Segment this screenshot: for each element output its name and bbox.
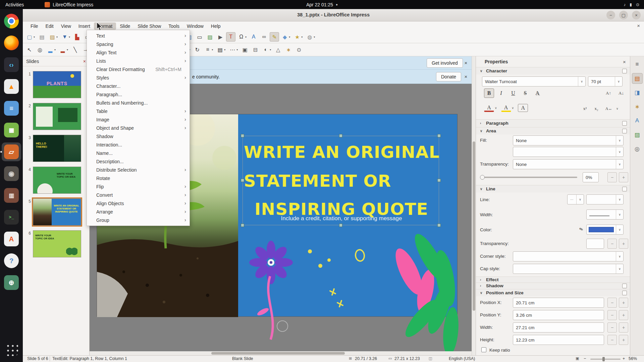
menubar-item[interactable]: View [57, 22, 75, 30]
format-menu-item[interactable]: Name... [87, 149, 190, 157]
section-position-size[interactable]: ∨ Position and Size [476, 289, 630, 296]
gallery-tab-icon[interactable]: ▨ [632, 129, 643, 140]
height-decrement-button[interactable]: − [607, 335, 617, 345]
horizontal-scrollbar[interactable] [90, 351, 472, 355]
dock-item-gimp[interactable]: ◉ [2, 164, 21, 183]
width-field[interactable]: 27.21 cm [513, 322, 604, 333]
properties-close-icon[interactable]: × [623, 59, 626, 65]
slide-thumbnail[interactable]: WRITE YOUR TOPIC OR IDEA [33, 230, 81, 257]
battery-icon[interactable]: ▮ [630, 2, 632, 7]
section-line[interactable]: ∨ Line [476, 185, 630, 192]
font-size-combobox[interactable]: 70 pt ∨ [588, 76, 623, 86]
position-x-field[interactable]: 20.71 cm [513, 298, 604, 308]
line-more-options-icon[interactable] [622, 187, 627, 191]
transparency-slider-thumb[interactable] [480, 175, 485, 180]
volume-icon[interactable]: ♪ [624, 2, 626, 7]
chevron-down-icon[interactable]: ∨ [576, 195, 584, 204]
selection-handle-e[interactable] [437, 179, 441, 182]
superscript-button[interactable]: x² [580, 104, 590, 113]
format-menu-item[interactable]: Interaction... [87, 140, 190, 149]
line-transparency-increment-button[interactable]: + [619, 239, 628, 249]
format-menu-item[interactable]: Text [87, 32, 190, 40]
strikethrough-button[interactable]: S [520, 88, 530, 98]
chevron-down-icon[interactable]: ∨ [616, 264, 623, 274]
interaction-icon[interactable]: ⊙ ▾ [294, 45, 304, 54]
export-pdf-icon[interactable]: ▙ ▾ [72, 32, 82, 42]
chevron-down-icon[interactable]: ∨ [512, 106, 514, 110]
corner-style-dropdown[interactable]: ∨ [513, 251, 624, 261]
position-y-decrement-button[interactable]: − [607, 310, 617, 320]
insert-line-icon[interactable]: ╲ ▾ [70, 45, 80, 54]
slide-thumbnail-row[interactable]: 6 WRITE YOUR TOPIC OR IDEA [26, 230, 87, 257]
infobar-close-icon[interactable]: × [465, 60, 468, 66]
dock-item-screenshot[interactable]: ⊕ [2, 273, 21, 292]
donate-button[interactable]: Donate [436, 72, 461, 81]
dock-item-calc[interactable]: ▦ [2, 121, 21, 139]
format-menu-item[interactable]: Description... [87, 157, 190, 166]
slides-panel-close-icon[interactable]: × [83, 59, 86, 64]
format-menu-item[interactable]: Rotate [87, 174, 190, 182]
special-character-icon[interactable]: Ω ▾ [236, 32, 248, 42]
rotate-icon[interactable]: ↻ ▾ [193, 45, 202, 54]
bold-button[interactable]: B [484, 88, 494, 98]
basic-shapes-icon[interactable]: ◆ ▾ [280, 32, 291, 42]
paragraph-more-options-icon[interactable] [622, 121, 627, 126]
maximize-button[interactable]: ▢ [619, 11, 628, 19]
dock-item-chrome[interactable] [2, 12, 21, 31]
dock-item-software[interactable]: A [2, 230, 21, 248]
shadow-icon[interactable]: ▣ ▾ [240, 45, 250, 54]
transparency-slider[interactable] [481, 177, 577, 178]
cap-style-dropdown[interactable]: ∨ [513, 264, 624, 274]
transparency-decrement-button[interactable]: − [607, 172, 617, 182]
dock-item-files[interactable]: ▥ [2, 186, 21, 205]
height-increment-button[interactable]: + [619, 335, 628, 345]
dock-item-vlc[interactable]: ▲ [2, 77, 21, 96]
horizontal-scrollbar-thumb[interactable] [211, 352, 345, 355]
selection-handle-w[interactable] [241, 179, 244, 182]
chevron-down-icon[interactable]: ∨ [616, 160, 623, 169]
character-highlighting-button[interactable]: A [518, 104, 528, 112]
text-box-icon[interactable]: ▭ ▾ [195, 32, 204, 42]
position-y-increment-button[interactable]: + [619, 310, 628, 320]
crop-icon[interactable]: ⊟ ▾ [251, 45, 260, 54]
insert-text-box-icon[interactable]: T ▾ [226, 32, 235, 42]
filter-icon[interactable]: ◐ ▾ [261, 45, 272, 54]
fill-attribute-dropdown[interactable]: ∨ [513, 147, 624, 157]
format-menu-item[interactable]: Distribute Selection [87, 166, 190, 174]
navigator-tab-icon[interactable]: ◎ [632, 143, 643, 154]
format-menu-item[interactable]: Flip [87, 182, 190, 191]
selection-handle-se[interactable] [437, 224, 441, 227]
properties-tab-icon[interactable]: ▤ [632, 73, 643, 84]
get-involved-button[interactable]: Get involved [427, 58, 463, 68]
line-style-dropdown[interactable]: ∨ [586, 194, 624, 204]
new-document-icon[interactable]: ▢ ▾ [25, 32, 36, 42]
format-menu-item[interactable]: Bullets and Numbering... [87, 99, 190, 107]
select-icon[interactable]: ↖ ▾ [25, 45, 34, 54]
selection-handle-nw[interactable] [241, 134, 244, 137]
format-menu-item[interactable]: Object and Shape [87, 124, 190, 132]
possize-more-options-icon[interactable] [622, 291, 627, 295]
templates-icon[interactable]: ▤ ▾ [37, 32, 47, 42]
insert-image-icon[interactable]: ▨ ▾ [205, 32, 215, 42]
minimize-button[interactable]: − [606, 11, 615, 19]
slide-thumbnail[interactable]: HELLO THERE! [33, 135, 81, 162]
format-menu-item[interactable]: Align Objects [87, 199, 190, 207]
save-icon[interactable]: ▼ ▾ [60, 32, 71, 42]
line-color-icon[interactable]: ▂ ▾ [58, 45, 69, 54]
format-menu-item[interactable]: Styles [87, 73, 190, 82]
dock-item-show-apps[interactable] [2, 340, 21, 359]
arrange-icon[interactable]: ▤ ▾ [215, 45, 227, 54]
distribute-icon[interactable]: ⋯ ▾ [228, 45, 239, 54]
close-document-icon[interactable]: × [637, 23, 640, 28]
chevron-down-icon[interactable]: ∨ [495, 106, 497, 110]
animation-tab-icon[interactable]: ∗ [632, 101, 643, 112]
zoom-icon[interactable]: ◎ ▾ [35, 45, 45, 54]
clock[interactable]: Apr 22 01:25 ● [306, 2, 338, 7]
area-more-options-icon[interactable] [622, 129, 627, 133]
subscript-button[interactable]: x₂ [591, 104, 601, 113]
height-field[interactable]: 12.23 cm [513, 335, 604, 345]
close-button[interactable]: × [632, 11, 641, 19]
3d-objects-icon[interactable]: ◍ ▾ [305, 32, 316, 42]
slide-thumbnail[interactable]: PLANTS [33, 71, 81, 98]
position-x-decrement-button[interactable]: − [607, 298, 617, 308]
